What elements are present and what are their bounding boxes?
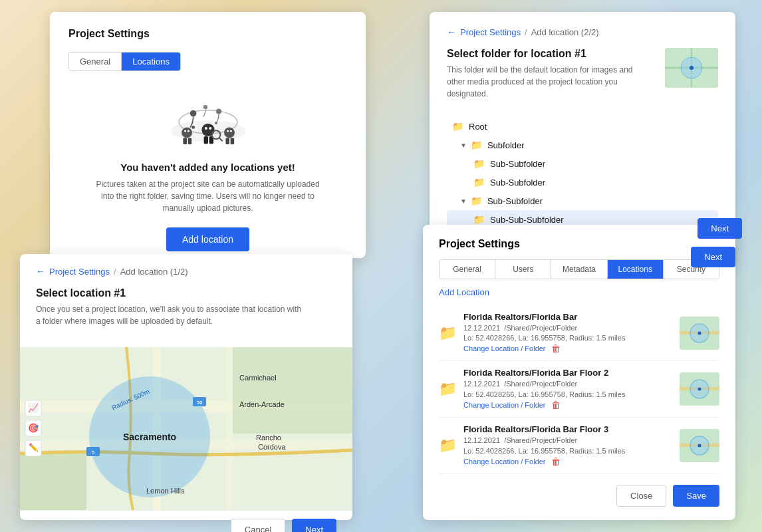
step2-desc: This folder will be the default location… (447, 64, 653, 100)
svg-text:Sacramento: Sacramento (123, 432, 176, 442)
tab-locations[interactable]: Locations (122, 53, 180, 70)
delete-icon-3[interactable]: 🗑 (551, 456, 561, 467)
svg-text:Lemon Hills: Lemon Hills (146, 487, 185, 495)
delete-icon-1[interactable]: 🗑 (551, 343, 561, 354)
folder-sub-subfolder-2[interactable]: 📁 Sub-Subfolder (447, 173, 718, 192)
svg-rect-9 (188, 138, 191, 144)
breadcrumb-current: Add location (1/2) (120, 267, 188, 277)
change-location-link-1[interactable]: Change Location / Folder (463, 344, 546, 352)
location-meta-3: 12.12.2021 /Shared/Project/Folder Lo: 52… (463, 436, 673, 456)
folder-tree: 📁 Root ▼ 📁 Subfolder 📁 Sub-Subfolder 📁 S… (447, 117, 718, 229)
svg-rect-33 (226, 347, 233, 510)
map-container[interactable]: 5 50 Radius: 500m Sacramento Arden-Arcad… (20, 347, 352, 510)
svg-rect-35 (20, 454, 86, 510)
folder-subfolder[interactable]: ▼ 📁 Subfolder (447, 136, 718, 154)
location-name-2: Florida Realtors/Florida Bar Floor 2 (463, 368, 673, 378)
svg-point-2 (190, 110, 196, 117)
svg-text:Rancho: Rancho (256, 434, 281, 442)
panel-project-settings-empty: Project Settings General Locations (50, 12, 366, 258)
folder-icon: 📁 (439, 325, 457, 342)
location-item-2: 📁 Florida Realtors/Florida Bar Floor 2 1… (439, 361, 719, 418)
folder-icon: 📁 (452, 121, 463, 132)
change-location-link-2[interactable]: Change Location / Folder (463, 401, 546, 409)
svg-point-3 (191, 126, 195, 129)
location-info-3: Florida Realtors/Florida Bar Floor 3 12.… (463, 424, 673, 467)
step2-title: Select folder for location #1 (447, 48, 657, 60)
location-map-thumb-3 (680, 429, 719, 462)
panel-project-settings-locations: Next Project Settings General Users Meta… (423, 225, 735, 520)
folder-sub-subfolder-1[interactable]: 📁 Sub-Subfolder (447, 154, 718, 173)
location-item-1: 📁 Florida Realtors/Florida Bar 12.12.202… (439, 305, 719, 362)
svg-point-5 (215, 122, 217, 124)
location-meta-1: 12.12.2021 /Shared/Project/Folder Lo: 52… (463, 323, 673, 344)
svg-point-4 (216, 108, 221, 114)
svg-text:📈: 📈 (28, 402, 39, 414)
change-location-link-3[interactable]: Change Location / Folder (463, 458, 546, 466)
next-button-float[interactable]: Next (698, 218, 742, 239)
svg-point-11 (187, 130, 189, 132)
location-name-3: Florida Realtors/Florida Bar Floor 3 (463, 424, 673, 434)
folder-icon: 📁 (473, 158, 485, 169)
folder-root[interactable]: 📁 Root (447, 117, 718, 136)
location-name-1: Florida Realtors/Florida Bar (463, 312, 673, 322)
svg-point-20 (227, 130, 229, 132)
svg-text:Cordova: Cordova (258, 443, 286, 451)
panel-title: Project Settings (68, 28, 347, 40)
location-map-thumb-2 (680, 372, 719, 406)
panel-add-location-step1: ← Project Settings / Add location (1/2) … (20, 254, 352, 520)
breadcrumb-link[interactable]: Project Settings (49, 267, 110, 277)
next-button-step1[interactable]: Next (292, 519, 336, 532)
svg-point-10 (184, 130, 186, 132)
breadcrumb-link[interactable]: Project Settings (460, 27, 521, 37)
folder-sub-subfolder-expanded[interactable]: ▼ 📁 Sub-Subfolder (447, 192, 718, 210)
tab-bar-top-left: General Locations (68, 52, 181, 71)
chevron-down-icon: ▼ (460, 198, 467, 205)
svg-text:✏️: ✏️ (29, 442, 39, 452)
svg-point-17 (224, 127, 235, 138)
next-button-br[interactable]: Next (691, 247, 735, 267)
tab-bar-br: General Users Metadata Locations Securit… (439, 259, 719, 279)
empty-illustration (68, 84, 347, 151)
svg-rect-8 (183, 138, 187, 144)
panel-br-title: Project Settings (439, 238, 719, 250)
folder-icon: 📁 (439, 380, 457, 398)
tab-br-users[interactable]: Users (495, 260, 551, 279)
folder-icon: 📁 (471, 196, 482, 206)
add-location-link[interactable]: Add Location (439, 287, 719, 297)
svg-text:Arden-Arcade: Arden-Arcade (239, 400, 285, 408)
chevron-down-icon: ▼ (460, 142, 467, 149)
location-actions-3: Change Location / Folder 🗑 (463, 456, 673, 467)
cancel-button[interactable]: Cancel (231, 519, 285, 532)
close-button[interactable]: Close (616, 485, 666, 507)
back-arrow-icon[interactable]: ← (36, 266, 45, 277)
svg-point-6 (203, 105, 207, 109)
delete-icon-2[interactable]: 🗑 (551, 400, 561, 410)
folder-icon: 📁 (471, 140, 482, 150)
svg-rect-13 (203, 136, 207, 144)
svg-point-57 (698, 331, 701, 334)
breadcrumb-separator: / (525, 27, 527, 37)
location-meta-2: 12.12.2021 /Shared/Project/Folder Lo: 52… (463, 379, 673, 400)
breadcrumb-current: Add location (2/2) (531, 27, 599, 37)
breadcrumb-separator: / (114, 267, 116, 277)
tab-general[interactable]: General (69, 53, 122, 70)
empty-state-desc: Pictures taken at the project site can b… (95, 178, 321, 214)
save-button[interactable]: Save (673, 485, 719, 507)
tab-br-general[interactable]: General (440, 260, 495, 279)
svg-rect-19 (230, 138, 234, 144)
svg-point-15 (204, 127, 207, 130)
tab-br-locations[interactable]: Locations (608, 260, 664, 279)
svg-text:🎯: 🎯 (28, 422, 39, 434)
location-actions-1: Change Location / Folder 🗑 (463, 343, 673, 354)
tab-br-metadata[interactable]: Metadata (551, 260, 607, 279)
location-map-thumb-1 (680, 317, 719, 350)
svg-point-28 (690, 66, 694, 70)
step1-desc: Once you set a project location, we'll a… (36, 303, 302, 327)
step1-footer: Cancel Next (20, 510, 352, 532)
step1-title: Select location #1 (36, 287, 336, 299)
svg-point-61 (698, 388, 701, 391)
back-arrow-icon[interactable]: ← (447, 27, 456, 37)
svg-point-21 (229, 130, 231, 132)
add-location-button[interactable]: Add location (166, 227, 249, 251)
empty-state-title: You haven't added any locations yet! (68, 162, 347, 173)
